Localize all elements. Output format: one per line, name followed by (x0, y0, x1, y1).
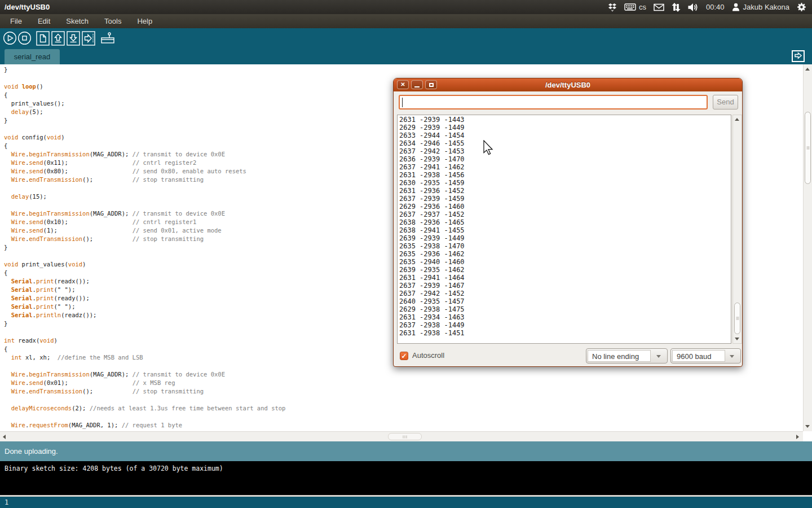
code-line: Wire.endTransmission(); // stop transmit… (4, 235, 285, 243)
scroll-grip (403, 435, 408, 438)
line-ending-select[interactable]: No line ending (586, 348, 668, 364)
active-window-title: /dev/ttyUSB0 (5, 0, 50, 14)
mouse-cursor (483, 140, 495, 158)
code-line: Wire.send(0x10); // cntrl register1 (4, 218, 285, 226)
code-line: { (4, 269, 285, 277)
new-sketch-button[interactable] (36, 31, 50, 46)
code-line: Serial.print(" "); (4, 286, 285, 294)
menu-item-edit[interactable]: Edit (30, 14, 58, 28)
editor-hscroll-thumb[interactable] (388, 433, 422, 440)
serial-monitor-controls: ✓ Autoscroll No line ending 9600 baud (394, 347, 742, 367)
serial-monitor-titlebar[interactable]: /dev/ttyUSB0 ✕ (394, 78, 742, 91)
code-line (4, 252, 285, 260)
code-line: delayMicroseconds(2); //needs at least 1… (4, 404, 285, 413)
autoscroll-label: Autoscroll (412, 351, 444, 360)
scroll-up-arrow-icon[interactable] (735, 118, 739, 121)
dropbox-icon[interactable] (608, 3, 617, 12)
code-line: { (4, 142, 285, 150)
scroll-right-arrow-icon[interactable] (796, 435, 799, 439)
code-line: Serial.print(readx()); (4, 277, 285, 286)
system-tray: cs 00:40 (608, 0, 812, 14)
ide-toolbar (0, 28, 812, 49)
arduino-ide-screen: /dev/ttyUSB0 (0, 0, 812, 508)
scroll-grip (806, 146, 809, 150)
send-button[interactable]: Send (713, 95, 738, 110)
editor-vscroll-thumb[interactable] (805, 112, 811, 184)
new-file-icon (36, 31, 50, 46)
scroll-down-arrow-icon[interactable] (805, 425, 810, 428)
panel-username[interactable]: Jakub Kakona (743, 3, 789, 11)
code-line: print_values(); (4, 99, 285, 108)
close-icon: ✕ (400, 82, 405, 87)
menu-item-file[interactable]: File (2, 14, 30, 28)
serial-monitor-icon (100, 31, 116, 46)
editor-horizontal-scrollbar[interactable] (0, 431, 803, 441)
baud-rate-value: 9600 baud (672, 350, 725, 362)
serial-output-text: 2631 -2939 -1443 2629 -2939 -1449 2633 -… (398, 115, 731, 337)
scroll-down-arrow-icon[interactable] (735, 338, 739, 340)
serial-vscroll-thumb[interactable] (734, 303, 740, 334)
code-line: void loop() (4, 82, 285, 91)
keyboard-layout-code[interactable]: cs (639, 3, 646, 11)
menu-item-sketch[interactable]: Sketch (58, 14, 96, 28)
verify-icon (3, 31, 17, 45)
code-line: { (4, 91, 285, 99)
chevron-down-icon (656, 355, 661, 358)
open-sketch-button[interactable] (51, 31, 65, 46)
baud-rate-select[interactable]: 9600 baud (670, 348, 741, 364)
autoscroll-checkbox[interactable]: ✓ (400, 352, 408, 360)
upload-button[interactable] (82, 31, 96, 46)
line-ending-value: No line ending (588, 350, 651, 362)
verify-button[interactable] (3, 31, 17, 45)
serial-output-pane[interactable]: 2631 -2939 -1443 2629 -2939 -1449 2633 -… (397, 115, 731, 344)
maximize-icon (429, 83, 434, 87)
tab-serial-read[interactable]: serial_read (5, 49, 60, 64)
scroll-up-arrow-icon[interactable] (805, 68, 810, 71)
status-message: Done uploading. (5, 441, 58, 461)
ide-menubar: FileEditSketchToolsHelp (0, 14, 812, 28)
code-line (4, 413, 285, 421)
desktop-top-panel: /dev/ttyUSB0 (0, 0, 812, 14)
maximize-button[interactable] (425, 80, 437, 89)
serial-vertical-scrollbar[interactable] (732, 115, 742, 344)
upload-icon (82, 31, 96, 46)
code-line: delay(5); (4, 108, 285, 116)
chevron-down-icon (730, 355, 734, 358)
code-line: Wire.beginTransmission(MAG_ADDR); // tra… (4, 150, 285, 159)
minimize-button[interactable] (411, 80, 423, 89)
window-buttons: ✕ (397, 80, 437, 89)
save-sketch-button[interactable] (67, 31, 80, 46)
network-arrows-icon[interactable] (672, 3, 681, 12)
keyboard-layout-icon[interactable] (624, 3, 636, 11)
menu-item-tools[interactable]: Tools (96, 14, 129, 28)
serial-monitor-body: Send 2631 -2939 -1443 2629 -2939 -1449 2… (394, 91, 742, 367)
menubar-items: FileEditSketchToolsHelp (0, 14, 812, 28)
ide-footer-bar: 1 (0, 497, 812, 508)
serial-send-input[interactable] (399, 95, 708, 110)
menu-item-help[interactable]: Help (129, 14, 160, 28)
editor-vertical-scrollbar[interactable] (803, 64, 812, 431)
mail-icon[interactable] (654, 3, 664, 11)
serial-monitor-window: /dev/ttyUSB0 ✕ Send 2631 -2939 -1443 262… (393, 78, 743, 367)
code-line (4, 328, 285, 336)
code-line: Wire.beginTransmission(MAG_ADDR); // tra… (4, 209, 285, 218)
close-button[interactable]: ✕ (397, 80, 409, 89)
code-line: Wire.send(0x01); // x MSB reg (4, 379, 285, 387)
code-line: int readx(void) (4, 336, 285, 345)
serial-monitor-button[interactable] (100, 31, 116, 46)
panel-clock[interactable]: 00:40 (706, 3, 725, 11)
code-line: Wire.endTransmission(); // stop transmit… (4, 176, 285, 184)
code-line: void config(void) (4, 133, 285, 142)
code-line: Serial.print(ready()); (4, 294, 285, 303)
session-gear-icon[interactable] (797, 2, 806, 12)
scroll-left-arrow-icon[interactable] (3, 435, 6, 439)
tab-menu-button[interactable] (792, 50, 805, 62)
code-line: } (4, 65, 285, 74)
code-line: Wire.send(0x80); // send 0x80, enable au… (4, 167, 285, 176)
code-line (4, 201, 285, 209)
stop-button[interactable] (17, 31, 32, 45)
code-line: Wire.send(1); // send 0x01, active mode (4, 226, 285, 235)
code-line: delay(15); (4, 192, 285, 201)
console-output: Binary sketch size: 4208 bytes (of a 307… (5, 465, 223, 472)
volume-icon[interactable] (688, 3, 699, 12)
